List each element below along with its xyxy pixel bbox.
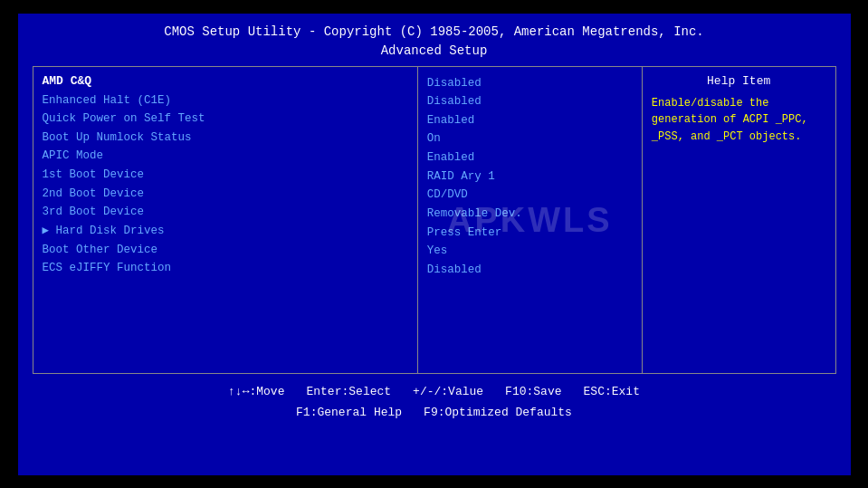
left-menu-item-7[interactable]: 3rd Boot Device bbox=[43, 203, 408, 222]
left-menu-item-9[interactable]: Boot Other Device bbox=[43, 241, 408, 260]
left-menu-item-4[interactable]: APIC Mode bbox=[43, 147, 408, 166]
footer-line2: F1:General Help F9:Optimized Defaults bbox=[33, 402, 836, 423]
footer-line1: ↑↓↔:Move Enter:Select +/-/:Value F10:Sav… bbox=[33, 381, 836, 402]
footer-select: Enter:Select bbox=[306, 381, 391, 402]
left-menu-item-0[interactable]: AMD C&Q bbox=[43, 74, 408, 88]
footer-optimized: F9:Optimized Defaults bbox=[424, 402, 572, 423]
main-content: AMD C&QEnhanced Halt (C1E)Quick Power on… bbox=[33, 66, 836, 374]
middle-value-item-5: RAID Ary 1 bbox=[427, 167, 633, 187]
middle-value-item-1: Disabled bbox=[427, 92, 633, 111]
help-text: Enable/disable the generation of ACPI _P… bbox=[652, 95, 826, 146]
left-menu-item-6[interactable]: 2nd Boot Device bbox=[43, 185, 408, 204]
middle-value-item-7: Removable Dev. bbox=[427, 205, 633, 224]
header: CMOS Setup Utility - Copyright (C) 1985-… bbox=[33, 23, 836, 61]
middle-value-item-3: On bbox=[427, 129, 633, 148]
header-line2: Advanced Setup bbox=[33, 42, 836, 61]
highlighted-value: Disabled bbox=[427, 77, 482, 90]
left-menu-item-2[interactable]: Quick Power on Self Test bbox=[43, 110, 408, 129]
header-line1: CMOS Setup Utility - Copyright (C) 1985-… bbox=[33, 23, 836, 42]
left-menu-item-3[interactable]: Boot Up Numlock Status bbox=[43, 129, 408, 148]
middle-value-item-9: Yes bbox=[427, 242, 633, 261]
footer-value: +/-/:Value bbox=[413, 381, 483, 402]
left-panel: AMD C&QEnhanced Halt (C1E)Quick Power on… bbox=[33, 67, 418, 373]
left-menu-item-5[interactable]: 1st Boot Device bbox=[43, 166, 408, 185]
middle-value-item-6: CD/DVD bbox=[427, 186, 633, 205]
middle-value-item-10: Disabled bbox=[427, 261, 633, 280]
left-menu-item-8[interactable]: ▶ Hard Disk Drives bbox=[43, 222, 408, 241]
footer-exit: ESC:Exit bbox=[584, 381, 640, 402]
middle-value-item-8: Press Enter bbox=[427, 224, 633, 243]
right-panel: Help Item Enable/disable the generation … bbox=[643, 67, 835, 373]
middle-value-item-2: Enabled bbox=[427, 111, 633, 130]
left-menu-item-1[interactable]: Enhanced Halt (C1E) bbox=[43, 91, 408, 110]
footer: ↑↓↔:Move Enter:Select +/-/:Value F10:Sav… bbox=[33, 381, 836, 424]
footer-general-help: F1:General Help bbox=[296, 402, 402, 423]
middle-value-item-4: Enabled bbox=[427, 148, 633, 167]
footer-move: ↑↓↔:Move bbox=[228, 381, 284, 402]
footer-save: F10:Save bbox=[505, 381, 561, 402]
left-menu-item-10[interactable]: ECS eJIFFY Function bbox=[43, 259, 408, 278]
middle-value-item-0: Disabled bbox=[427, 74, 633, 93]
middle-panel: APKWLS DisabledDisabledEnabledOnEnabledR… bbox=[418, 67, 643, 373]
help-title: Help Item bbox=[652, 74, 826, 88]
bios-screen: CMOS Setup Utility - Copyright (C) 1985-… bbox=[18, 14, 851, 475]
